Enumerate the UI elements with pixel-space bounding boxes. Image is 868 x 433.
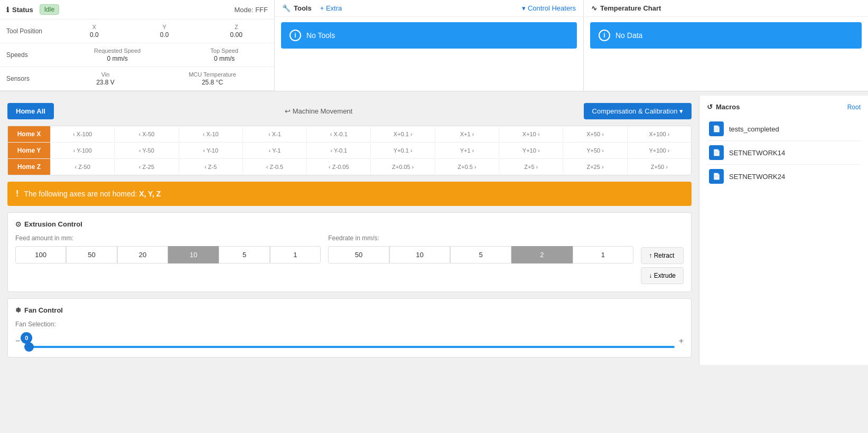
macro-item-1[interactable]: 📄 SETNETWORK14	[707, 141, 861, 165]
y-pos-50-button[interactable]: Y+50 ›	[563, 143, 627, 158]
y-label: Y	[162, 24, 166, 30]
retract-extrude-group: ↑ Retract ↓ Extrude	[641, 247, 684, 284]
y-neg-100-button[interactable]: ‹ Y-100	[50, 143, 114, 158]
fan-minus-button[interactable]: −	[15, 336, 20, 346]
x-label: X	[92, 24, 96, 30]
root-link[interactable]: Root	[847, 103, 861, 111]
x-neg-01-button[interactable]: ‹ X-0.1	[306, 127, 370, 142]
tools-icon: 🔧	[282, 4, 291, 12]
y-pos-10-button[interactable]: Y+10 ›	[499, 143, 563, 158]
macro-item-2[interactable]: 📄 SETNETWORK24	[707, 165, 861, 188]
control-heaters-link[interactable]: ▾ Control Heaters	[522, 4, 576, 12]
x-pos-100-button[interactable]: X+100 ›	[627, 127, 691, 142]
no-tools-message: No Tools	[306, 31, 335, 40]
top-speed-col: Top Speed 0 mm/s	[210, 48, 238, 62]
extrusion-title-label: Extrusion Control	[24, 220, 82, 228]
extrude-button[interactable]: ↓ Extrude	[641, 267, 684, 284]
y-neg-10-button[interactable]: ‹ Y-10	[179, 143, 242, 158]
z-neg-05-button[interactable]: ‹ Z-0.5	[242, 159, 306, 174]
z-neg-50-button[interactable]: ‹ Z-50	[50, 159, 114, 174]
z-neg-5-button[interactable]: ‹ Z-5	[179, 159, 242, 174]
fan-slider[interactable]	[24, 346, 674, 348]
feed-10-button[interactable]: 10	[168, 246, 219, 263]
feedrate-1-button[interactable]: 1	[573, 246, 634, 263]
x-neg-100-button[interactable]: ‹ X-100	[50, 127, 114, 142]
feedrate-50-button[interactable]: 50	[328, 246, 389, 263]
z-pos-5-button[interactable]: Z+5 ›	[499, 159, 563, 174]
mcu-temp-value: 25.8 °C	[202, 79, 223, 86]
tool-position-row: Tool Position X 0.0 Y 0.0 Z 0.00	[0, 20, 274, 43]
left-panel: Home All ↩ Machine Movement Compensation…	[0, 96, 699, 365]
x-pos-01-button[interactable]: X+0.1 ›	[370, 127, 434, 142]
fan-section: ❄ Fan Control Fan Selection: − 0 +	[7, 298, 692, 357]
no-data-info-icon: i	[599, 30, 610, 41]
status-badge: Idle	[40, 4, 59, 15]
macro-item-0[interactable]: 📄 tests_completed	[707, 117, 861, 141]
fan-plus-button[interactable]: +	[679, 336, 684, 346]
retract-button[interactable]: ↑ Retract	[641, 247, 684, 264]
y-movement-row: Home Y ‹ Y-100 ‹ Y-50 ‹ Y-10 ‹ Y-1 ‹ Y-0…	[8, 143, 691, 159]
mcu-temp-col: MCU Temperature 25.8 °C	[189, 71, 236, 86]
fan-value-bubble: 0	[21, 332, 32, 344]
y-pos-01-button[interactable]: Y+0.1 ›	[370, 143, 434, 158]
machine-movement-title: ↩ Machine Movement	[285, 107, 352, 115]
z-pos-25-button[interactable]: Z+25 ›	[563, 159, 627, 174]
z-pos-50-button[interactable]: Z+50 ›	[627, 159, 691, 174]
home-all-button[interactable]: Home All	[7, 103, 54, 119]
feedrate-5-button[interactable]: 5	[450, 246, 511, 263]
warning-text: The following axes are not homed:	[24, 190, 137, 198]
z-pos-05-button[interactable]: Z+0.5 ›	[435, 159, 499, 174]
status-label: Status	[12, 6, 33, 14]
feed-20-button[interactable]: 20	[117, 246, 168, 263]
feedrate-label: Feedrate in mm/s:	[328, 234, 633, 242]
comp-cal-button[interactable]: Compensation & Calibration ▾	[584, 103, 692, 119]
feedrate-10-button[interactable]: 10	[389, 246, 451, 263]
temp-title: ∿ Temperature Chart	[591, 4, 661, 12]
z-neg-005-button[interactable]: ‹ Z-0.05	[306, 159, 370, 174]
feed-label: Feed amount in mm:	[15, 234, 321, 242]
x-neg-50-button[interactable]: ‹ X-50	[114, 127, 178, 142]
tool-position-values: X 0.0 Y 0.0 Z 0.00	[64, 24, 268, 39]
y-pos-100-button[interactable]: Y+100 ›	[627, 143, 691, 158]
z-col: Z 0.00	[230, 24, 242, 39]
feed-100-button[interactable]: 100	[15, 246, 66, 263]
x-neg-1-button[interactable]: ‹ X-1	[242, 127, 306, 142]
warning-message: The following axes are not homed: X, Y, …	[24, 190, 161, 198]
warning-icon: !	[16, 189, 18, 199]
x-pos-10-button[interactable]: X+10 ›	[499, 127, 563, 142]
macro-icon-1: 📄	[709, 145, 724, 160]
feed-1-button[interactable]: 1	[270, 246, 321, 263]
fan-slider-wrap: 0	[24, 332, 674, 350]
feedrate-2-button[interactable]: 2	[511, 246, 573, 263]
feedrate-group: Feedrate in mm/s: 50 10 5 2 1	[328, 234, 633, 263]
fan-title-label: Fan Control	[24, 306, 63, 314]
y-neg-1-button[interactable]: ‹ Y-1	[242, 143, 306, 158]
x-neg-10-button[interactable]: ‹ X-10	[179, 127, 242, 142]
macros-header: ↺ Macros Root	[707, 103, 861, 111]
requested-speed-col: Requested Speed 0 mm/s	[94, 48, 141, 62]
y-pos-1-button[interactable]: Y+1 ›	[435, 143, 499, 158]
y-col: Y 0.0	[160, 24, 169, 39]
macro-name-1: SETNETWORK14	[729, 149, 785, 157]
macros-icon: ↺	[707, 103, 713, 111]
extrusion-row: Feed amount in mm: 100 50 20 10 5 1 Feed…	[15, 234, 684, 284]
y-neg-01-button[interactable]: ‹ Y-0.1	[306, 143, 370, 158]
y-value: 0.0	[160, 31, 169, 39]
no-data-message: No Data	[615, 31, 642, 40]
feed-50-button[interactable]: 50	[66, 246, 117, 263]
x-movement-row: Home X ‹ X-100 ‹ X-50 ‹ X-10 ‹ X-1 ‹ X-0…	[8, 126, 691, 143]
z-pos-005-button[interactable]: Z+0.05 ›	[370, 159, 434, 174]
y-buttons: ‹ Y-100 ‹ Y-50 ‹ Y-10 ‹ Y-1 ‹ Y-0.1 Y+0.…	[50, 143, 691, 158]
info-icon: ℹ	[6, 6, 9, 14]
macro-list: 📄 tests_completed 📄 SETNETWORK14 📄 SETNE…	[707, 117, 861, 188]
home-y-button[interactable]: Home Y	[8, 143, 50, 158]
y-neg-50-button[interactable]: ‹ Y-50	[114, 143, 178, 158]
x-pos-50-button[interactable]: X+50 ›	[563, 127, 627, 142]
feed-5-button[interactable]: 5	[219, 246, 269, 263]
extra-link[interactable]: + Extra	[320, 4, 342, 12]
x-pos-1-button[interactable]: X+1 ›	[435, 127, 499, 142]
home-x-button[interactable]: Home X	[8, 126, 50, 142]
z-neg-25-button[interactable]: ‹ Z-25	[114, 159, 178, 174]
sensors-row: Sensors Vin 23.8 V MCU Temperature 25.8 …	[0, 67, 274, 91]
home-z-button[interactable]: Home Z	[8, 159, 50, 175]
